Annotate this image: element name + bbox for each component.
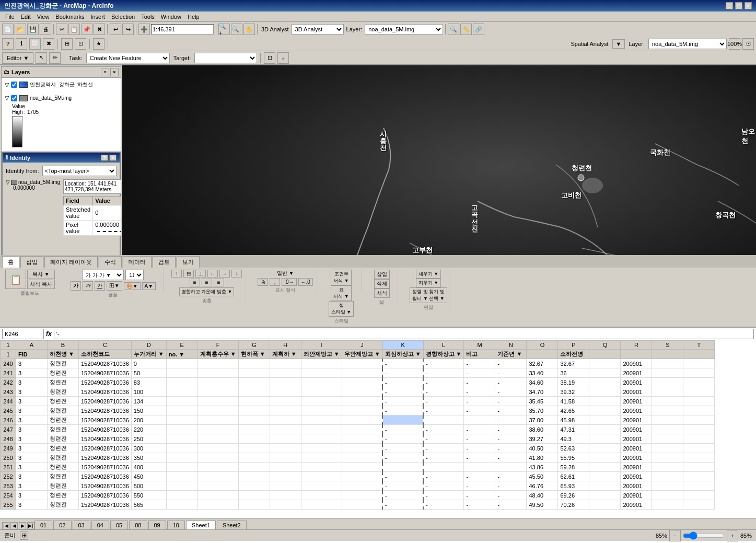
cell-248-B[interactable]: 청련전 xyxy=(48,434,79,444)
cell-243-B[interactable]: 청련전 xyxy=(48,387,79,397)
zoom-full[interactable]: ⊞ xyxy=(61,38,73,50)
tab-02[interactable]: 02 xyxy=(53,521,71,529)
cell-243-F[interactable] xyxy=(197,387,238,397)
cell-255-M[interactable]: - xyxy=(464,500,495,510)
tab-03[interactable]: 03 xyxy=(73,521,90,529)
cell-248-L[interactable]: - xyxy=(423,434,464,444)
cell-242-N[interactable]: - xyxy=(495,378,527,387)
cell-245-N[interactable]: - xyxy=(495,406,527,415)
cell-241-J[interactable] xyxy=(342,368,382,378)
cell-254-O[interactable]: 48.40 xyxy=(527,491,558,500)
cell-251-C[interactable]: 152049028710036 xyxy=(79,463,132,472)
zoom-in-button[interactable]: 🔍+ xyxy=(218,24,230,35)
cell-255-D[interactable]: 565 xyxy=(131,500,166,510)
cell-242-R[interactable]: 200901 xyxy=(621,378,652,387)
layer-dropdown[interactable]: noa_data_5M.img xyxy=(365,24,443,34)
cell-240-S[interactable] xyxy=(652,359,683,368)
cell-245-K[interactable]: - xyxy=(382,406,423,415)
cell-242-E[interactable] xyxy=(166,378,197,387)
cell-254-J[interactable] xyxy=(342,491,382,500)
cell-253-M[interactable]: - xyxy=(464,481,495,491)
align-left[interactable]: ≡ xyxy=(190,279,200,286)
tab-보기[interactable]: 보기 xyxy=(177,256,200,268)
expand-arrow[interactable]: ▽ xyxy=(5,82,9,88)
col-header-G[interactable]: G xyxy=(238,341,270,350)
cell-249-K[interactable]: - xyxy=(382,444,423,453)
macro-btn[interactable]: ⊞ xyxy=(20,532,28,540)
cell-248-H[interactable] xyxy=(270,434,301,444)
layer-checkbox-2[interactable] xyxy=(11,95,17,101)
insert-cell-btn[interactable]: 삽입 xyxy=(374,270,390,279)
cell-244-O[interactable]: 35.45 xyxy=(527,397,558,406)
pan-button[interactable]: ✋ xyxy=(243,24,255,35)
col-header-H[interactable]: H xyxy=(270,341,301,350)
cell-245-M[interactable]: - xyxy=(464,406,495,415)
col-header-C[interactable]: C xyxy=(79,341,132,350)
undo-button[interactable]: ↩ xyxy=(110,24,121,35)
cell-254-K[interactable]: - xyxy=(382,491,423,500)
font-size-select[interactable]: 11 ▼ xyxy=(125,270,144,280)
cell-243-M[interactable]: - xyxy=(464,387,495,397)
cell-242-A[interactable]: 3 xyxy=(16,378,48,387)
cell-249-R[interactable]: 200901 xyxy=(621,444,652,453)
paste-button-xl[interactable]: 📋 xyxy=(5,270,26,289)
cell-249-S[interactable] xyxy=(652,444,683,453)
cell-251-F[interactable] xyxy=(197,463,238,472)
cell-254-A[interactable]: 3 xyxy=(16,491,48,500)
cell-250-L[interactable]: - xyxy=(423,453,464,463)
cell-255-K[interactable]: - xyxy=(382,500,423,510)
cell-251-row[interactable]: 251 xyxy=(1,463,16,472)
cell-246-I[interactable] xyxy=(301,415,342,425)
cell-246-K[interactable]: - xyxy=(382,415,423,425)
cell-250-I[interactable] xyxy=(301,453,342,463)
cell-245-C[interactable]: 152049028710036 xyxy=(79,406,132,415)
cell-247-A[interactable]: 3 xyxy=(16,425,48,434)
cell-254-row[interactable]: 254 xyxy=(1,491,16,500)
cell-248-M[interactable]: - xyxy=(464,434,495,444)
cell-254-G[interactable] xyxy=(238,491,270,500)
cell-248-S[interactable] xyxy=(652,434,683,444)
cell-255-Q[interactable] xyxy=(589,500,621,510)
cell-251-Q[interactable] xyxy=(589,463,621,472)
cell-241-T[interactable] xyxy=(683,368,715,378)
cell-241-R[interactable]: 200901 xyxy=(621,368,652,378)
cell-246-C[interactable]: 152049028710036 xyxy=(79,415,132,425)
zoom-out-xl[interactable]: − xyxy=(669,530,681,541)
spatial-layer-dropdown[interactable]: noa_data_5M.img xyxy=(648,39,727,49)
cell-248-O[interactable]: 39.27 xyxy=(527,434,558,444)
tab-sheet2[interactable]: Sheet2 xyxy=(217,521,247,529)
cell-244-row[interactable]: 244 xyxy=(1,397,16,406)
cell-255-C[interactable]: 152049028710036 xyxy=(79,500,132,510)
cell-247-L[interactable]: - xyxy=(423,425,464,434)
cell-250-P[interactable]: 55.95 xyxy=(558,453,589,463)
copy-button[interactable]: 📋 xyxy=(68,24,80,35)
menu-bookmarks[interactable]: Bookmarks xyxy=(52,13,87,21)
cell-245-R[interactable]: 200901 xyxy=(621,406,652,415)
cell-247-E[interactable] xyxy=(166,425,197,434)
cell-241-O[interactable]: 33.40 xyxy=(527,368,558,378)
cell-247-T[interactable] xyxy=(683,425,715,434)
measure-tool[interactable]: 📏 xyxy=(460,24,472,35)
cell-240-E[interactable] xyxy=(166,359,197,368)
align-center[interactable]: ≡ xyxy=(202,279,212,286)
cell-247-O[interactable]: 38.60 xyxy=(527,425,558,434)
cell-246-A[interactable]: 3 xyxy=(16,415,48,425)
col-header-J[interactable]: J xyxy=(342,341,382,350)
col-header-T[interactable]: T xyxy=(683,341,715,350)
select-features[interactable]: ⬜ xyxy=(29,38,41,50)
cell-247-N[interactable]: - xyxy=(495,425,527,434)
cell-250-S[interactable] xyxy=(652,453,683,463)
cell-249-D[interactable]: 300 xyxy=(131,444,166,453)
cell-252-B[interactable]: 청련전 xyxy=(48,472,79,481)
cell-250-F[interactable] xyxy=(197,453,238,463)
cell-248-Q[interactable] xyxy=(589,434,621,444)
cell-252-M[interactable]: - xyxy=(464,472,495,481)
cell-244-P[interactable]: 41.58 xyxy=(558,397,589,406)
cell-243-Q[interactable] xyxy=(589,387,621,397)
tab-검토[interactable]: 검토 xyxy=(153,256,176,268)
cell-244-I[interactable] xyxy=(301,397,342,406)
zoom-in-xl[interactable]: + xyxy=(727,530,738,541)
cell-254-R[interactable]: 200901 xyxy=(621,491,652,500)
cell-246-D[interactable]: 200 xyxy=(131,415,166,425)
cell-241-A[interactable]: 3 xyxy=(16,368,48,378)
